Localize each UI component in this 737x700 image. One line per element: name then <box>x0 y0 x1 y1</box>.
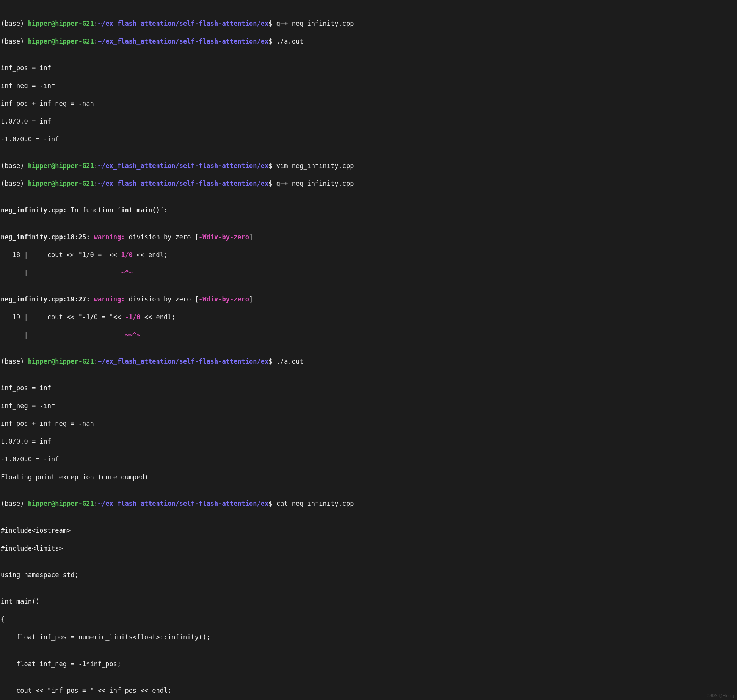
warning-location: neg_infinity.cpp:18:25: <box>1 233 94 241</box>
prompt-env: (base) <box>1 20 28 27</box>
caret-pad: | <box>1 331 125 339</box>
code-highlight: -1/0 <box>125 313 141 321</box>
prompt-user: hipper@hipper-G21 <box>28 162 94 170</box>
command-text: g++ neg_infinity.cpp <box>276 180 354 187</box>
prompt-line: (base) hipper@hipper-G21:~/ex_flash_atte… <box>1 499 735 508</box>
caret-marker: ~~^~ <box>125 331 141 339</box>
warning-location: neg_infinity.cpp:19:27: <box>1 295 94 303</box>
command-text: vim neg_infinity.cpp <box>276 162 354 170</box>
compiler-context: neg_infinity.cpp: In function ‘int main(… <box>1 206 735 215</box>
warning-message: ] <box>249 295 253 303</box>
compiler-text: ’: <box>160 206 168 214</box>
prompt-env: (base) <box>1 500 28 507</box>
warning-label: warning: <box>94 233 125 241</box>
prompt-user: hipper@hipper-G21 <box>28 180 94 187</box>
warning-message: ] <box>249 233 253 241</box>
prompt-line: (base) hipper@hipper-G21:~/ex_flash_atte… <box>1 19 735 28</box>
source-line: #include<iostream> <box>1 526 735 535</box>
compiler-code-line: 19 | cout << "-1/0 = "<< -1/0 << endl; <box>1 313 735 322</box>
prompt-path: ~/ex_flash_attention/self-flash-attentio… <box>98 162 268 170</box>
command-text: cat neg_infinity.cpp <box>276 500 354 507</box>
source-line: int main() <box>1 597 735 606</box>
source-line: #include<limits> <box>1 544 735 553</box>
compiler-caret-line: | ~~^~ <box>1 331 735 339</box>
output-line: inf_neg = -inf <box>1 82 735 90</box>
command-text: ./a.out <box>276 358 304 365</box>
code-fragment: << endl; <box>133 251 168 259</box>
prompt-dollar: $ <box>268 500 276 507</box>
output-line: -1.0/0.0 = -inf <box>1 455 735 464</box>
prompt-dollar: $ <box>268 162 276 170</box>
caret-pad: | <box>1 269 121 276</box>
command-text: ./a.out <box>276 38 304 45</box>
prompt-line: (base) hipper@hipper-G21:~/ex_flash_atte… <box>1 37 735 46</box>
prompt-colon: : <box>94 20 98 27</box>
prompt-env: (base) <box>1 38 28 45</box>
prompt-path: ~/ex_flash_attention/self-flash-attentio… <box>98 358 268 365</box>
prompt-line: (base) hipper@hipper-G21:~/ex_flash_atte… <box>1 162 735 170</box>
compiler-code-line: 18 | cout << "1/0 = "<< 1/0 << endl; <box>1 251 735 259</box>
output-line: inf_pos + inf_neg = -nan <box>1 99 735 108</box>
warning-message: division by zero [ <box>125 295 199 303</box>
source-line: using namespace std; <box>1 571 735 579</box>
prompt-user: hipper@hipper-G21 <box>28 20 94 27</box>
code-fragment: << endl; <box>140 313 175 321</box>
output-line: inf_pos = inf <box>1 384 735 392</box>
compiler-func: int main() <box>121 206 160 214</box>
prompt-colon: : <box>94 162 98 170</box>
source-line: float inf_neg = -1*inf_pos; <box>1 660 735 669</box>
output-line: 1.0/0.0 = inf <box>1 437 735 446</box>
prompt-user: hipper@hipper-G21 <box>28 38 94 45</box>
prompt-dollar: $ <box>268 358 276 365</box>
warning-flag: -Wdiv-by-zero <box>199 233 249 241</box>
prompt-line: (base) hipper@hipper-G21:~/ex_flash_atte… <box>1 179 735 188</box>
prompt-dollar: $ <box>268 38 276 45</box>
warning-message: division by zero [ <box>125 233 199 241</box>
output-line: inf_neg = -inf <box>1 402 735 410</box>
prompt-colon: : <box>94 358 98 365</box>
watermark-text: CSDN @Eloudy <box>707 693 735 698</box>
compiler-file: neg_infinity.cpp: <box>1 206 67 214</box>
output-line: -1.0/0.0 = -inf <box>1 135 735 144</box>
prompt-user: hipper@hipper-G21 <box>28 358 94 365</box>
prompt-path: ~/ex_flash_attention/self-flash-attentio… <box>98 500 268 507</box>
warning-flag: -Wdiv-by-zero <box>199 295 249 303</box>
terminal[interactable]: (base) hipper@hipper-G21:~/ex_flash_atte… <box>0 0 737 700</box>
command-text: g++ neg_infinity.cpp <box>276 20 354 27</box>
prompt-env: (base) <box>1 358 28 365</box>
prompt-env: (base) <box>1 180 28 187</box>
warning-label: warning: <box>94 295 125 303</box>
compiler-text: In function ‘ <box>67 206 121 214</box>
prompt-colon: : <box>94 38 98 45</box>
compiler-caret-line: | ~^~ <box>1 268 735 277</box>
output-line: Floating point exception (core dumped) <box>1 473 735 482</box>
prompt-path: ~/ex_flash_attention/self-flash-attentio… <box>98 180 268 187</box>
prompt-dollar: $ <box>268 180 276 187</box>
prompt-path: ~/ex_flash_attention/self-flash-attentio… <box>98 38 268 45</box>
caret-marker: ~^~ <box>121 269 133 276</box>
prompt-line: (base) hipper@hipper-G21:~/ex_flash_atte… <box>1 357 735 366</box>
source-line: cout << "inf_pos = " << inf_pos << endl; <box>1 686 735 695</box>
output-line: inf_pos + inf_neg = -nan <box>1 419 735 428</box>
output-line: inf_pos = inf <box>1 64 735 72</box>
code-fragment: 18 | cout << "1/0 = "<< <box>1 251 121 259</box>
prompt-user: hipper@hipper-G21 <box>28 500 94 507</box>
source-line: { <box>1 615 735 624</box>
prompt-env: (base) <box>1 162 28 170</box>
compiler-warning: neg_infinity.cpp:18:25: warning: divisio… <box>1 233 735 242</box>
prompt-dollar: $ <box>268 20 276 27</box>
compiler-warning: neg_infinity.cpp:19:27: warning: divisio… <box>1 295 735 304</box>
prompt-colon: : <box>94 180 98 187</box>
prompt-colon: : <box>94 500 98 507</box>
code-highlight: 1/0 <box>121 251 133 259</box>
code-fragment: 19 | cout << "-1/0 = "<< <box>1 313 125 321</box>
output-line: 1.0/0.0 = inf <box>1 117 735 126</box>
prompt-path: ~/ex_flash_attention/self-flash-attentio… <box>98 20 268 27</box>
source-line: float inf_pos = numeric_limits<float>::i… <box>1 633 735 642</box>
